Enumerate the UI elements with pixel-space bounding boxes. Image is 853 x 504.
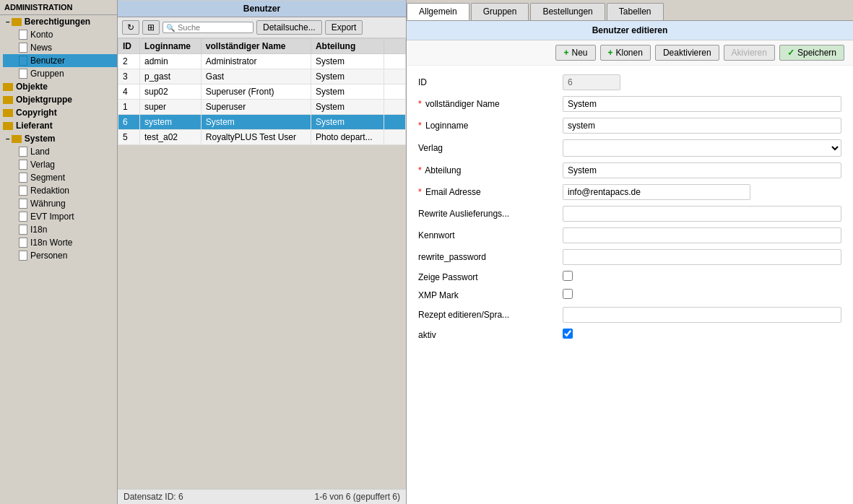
form-body: ID * vollständiger Name [407,66,853,355]
sidebar-item-konto[interactable]: Konto [3,28,117,41]
search-input[interactable] [178,23,250,32]
form-row-loginname: * Loginname [418,118,841,134]
table-row[interactable]: 4 sup02 Superuser (Front) System [118,84,406,100]
col-loginname: Loginname [140,39,202,54]
sidebar-item-copyright[interactable]: Copyright [0,106,117,119]
columns-button[interactable]: ⊞ [142,20,160,35]
cell-id: 6 [118,115,140,130]
klonen-button[interactable]: + Klonen [600,45,651,61]
doc-icon-evt-import [19,212,27,222]
tab-tabellen[interactable]: Tabellen [607,3,664,20]
zeige-passwort-control [563,271,841,283]
sidebar-item-objektgruppe[interactable]: Objektgruppe [0,93,117,106]
doc-icon-i18n-worte [19,238,27,248]
sidebar-item-personen[interactable]: Personen [3,249,117,262]
edit-panel-toolbar: + Neu + Klonen Deaktivieren Akivieren [407,40,853,66]
rewrite-control [563,206,841,222]
kennwort-control [563,227,841,243]
required-star-loginname: * [418,121,422,131]
sidebar-item-lieferant[interactable]: Lieferant [0,119,117,132]
email-field[interactable] [563,184,750,200]
loginname-label-text: Loginname [425,121,468,131]
table-header-row: ID Loginname vollständiger Name Abteilun… [118,39,406,54]
form-row-vollname: * vollständiger Name [418,96,841,112]
neu-button[interactable]: + Neu [555,45,595,61]
news-label: News [30,43,52,53]
rewrite-field[interactable] [563,206,841,222]
form-row-verlag: Verlag [418,139,841,157]
i18n-worte-label: I18n Worte [30,238,72,248]
aktiv-checkbox[interactable] [563,329,573,339]
tab-allgemein[interactable]: Allgemein [407,3,469,20]
sidebar-item-i18n-worte[interactable]: I18n Worte [3,236,117,249]
kennwort-field[interactable] [563,227,841,243]
cell-fullname: Gast [201,69,311,84]
cell-abteilung: Photo depart... [311,130,384,145]
table-row[interactable]: 5 test_a02 RoyaltyPLUS Test User Photo d… [118,130,406,145]
col-fullname: vollständiger Name [201,39,311,54]
table-row[interactable]: 3 p_gast Gast System [118,69,406,84]
doc-icon-benutzer [19,56,27,66]
rewrite-password-field[interactable] [563,249,841,265]
doc-icon-redaktion [19,186,27,196]
form-row-rezept: Rezept editieren/Spra... [418,307,841,323]
sidebar-group-header-system[interactable]: − System [3,132,117,145]
redaktion-label: Redaktion [30,186,69,196]
cell-abteilung: System [311,54,384,69]
tab-bestellungen[interactable]: Bestellungen [530,3,605,20]
table-row[interactable]: 6 system System System [118,115,406,130]
sidebar-item-objekte[interactable]: Objekte [0,80,117,93]
sidebar-item-evt-import[interactable]: EVT Import [3,210,117,223]
vollname-field[interactable] [563,96,841,112]
sidebar-item-redaktion[interactable]: Redaktion [3,184,117,197]
sidebar-item-verlag[interactable]: Verlag [3,158,117,171]
sidebar-item-gruppen[interactable]: Gruppen [3,67,117,80]
sidebar-item-land[interactable]: Land [3,145,117,158]
email-label: * Email Adresse [418,187,563,197]
doc-icon-i18n [19,225,27,235]
list-table: ID Loginname vollständiger Name Abteilun… [118,38,406,489]
sidebar-group-berechtigungen: − Berechtigungen Konto News Benutzer Gru… [0,15,117,80]
detailsuche-button[interactable]: Detailsuche... [256,20,322,35]
cell-id: 5 [118,130,140,145]
folder-icon-lieferant [3,122,13,130]
minus-icon: − [6,18,10,26]
form-row-abteilung: * Abteilung [418,162,841,178]
aktivieren-button[interactable]: Akivieren [724,45,775,61]
sidebar-item-segment[interactable]: Segment [3,171,117,184]
search-icon: 🔍 [166,24,175,32]
verlag-label-text: Verlag [418,143,563,153]
verlag-select[interactable] [563,139,841,157]
tab-gruppen[interactable]: Gruppen [471,3,529,20]
list-panel: Benutzer ↻ ⊞ 🔍 Detailsuche... Export [118,0,407,504]
refresh-button[interactable]: ↻ [122,20,139,35]
deaktivieren-label: Deaktivieren [663,48,711,58]
sidebar-item-benutzer[interactable]: Benutzer [3,54,117,67]
folder-icon-copyright [3,109,13,117]
loginname-field[interactable] [563,118,841,134]
table-row[interactable]: 1 super Superuser System [118,100,406,115]
xmp-mark-checkbox[interactable] [563,289,573,299]
abteilung-label: * Abteilung [418,165,563,175]
export-button[interactable]: Export [325,20,363,35]
sidebar-group-header-berechtigungen[interactable]: − Berechtigungen [3,15,117,28]
cell-abteilung: System [311,69,384,84]
rezept-field[interactable] [563,307,841,323]
speichern-button[interactable]: ✓ Speichern [779,45,844,61]
deaktivieren-button[interactable]: Deaktivieren [655,45,719,61]
zeige-passwort-checkbox[interactable] [563,271,573,281]
abteilung-field[interactable] [563,162,841,178]
sidebar-item-i18n[interactable]: I18n [3,223,117,236]
cell-abteilung: System [311,115,384,130]
land-label: Land [30,147,50,157]
klonen-label: Klonen [616,48,643,58]
sidebar-item-news[interactable]: News [3,41,117,54]
table-row[interactable]: 2 admin Administrator System [118,54,406,69]
benutzer-label: Benutzer [30,56,65,66]
plus-icon-neu: + [563,48,568,58]
speichern-label: Speichern [797,48,836,58]
tabs-bar: Allgemein Gruppen Bestellungen Tabellen [407,0,853,21]
cell-extra [384,69,406,84]
vollname-label: * vollständiger Name [418,99,563,109]
sidebar-item-wahrung[interactable]: Währung [3,197,117,210]
